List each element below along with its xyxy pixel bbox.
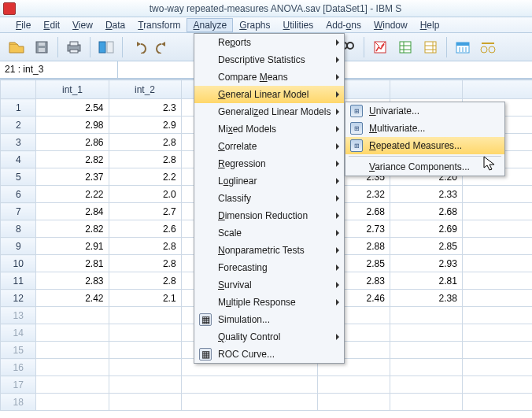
cell[interactable]: [109, 307, 181, 324]
cell[interactable]: [109, 376, 181, 394]
menu-edit[interactable]: Edit: [37, 18, 66, 32]
cell[interactable]: [181, 376, 317, 394]
undo-icon[interactable]: [127, 36, 150, 58]
cell[interactable]: [462, 307, 532, 324]
cell[interactable]: [462, 186, 532, 203]
cell[interactable]: [462, 342, 532, 359]
menu-item-classify[interactable]: Classify: [194, 190, 344, 207]
cell[interactable]: 2.84: [36, 203, 109, 220]
cell[interactable]: 2.98: [36, 117, 109, 134]
menu-item-forecasting[interactable]: Forecasting: [194, 259, 344, 276]
cell[interactable]: [181, 394, 317, 411]
save-icon[interactable]: [30, 36, 54, 58]
cell[interactable]: [36, 394, 109, 411]
menu-item-loglinear[interactable]: Loglinear: [194, 172, 344, 190]
row-header[interactable]: 13: [1, 307, 36, 324]
menu-item-multiple-response[interactable]: Multiple Response: [194, 294, 344, 311]
cell[interactable]: [36, 342, 109, 359]
cell[interactable]: 2.6: [109, 220, 181, 238]
menu-item-general-linear-model[interactable]: General Linear Model: [194, 86, 344, 103]
print-icon[interactable]: [62, 36, 86, 58]
cell[interactable]: 2.91: [36, 238, 109, 255]
menu-transform[interactable]: Transform: [131, 18, 187, 32]
cell[interactable]: [462, 238, 532, 255]
cell[interactable]: 2.42: [36, 290, 109, 307]
table-yellow-icon[interactable]: [419, 36, 442, 58]
row-header[interactable]: 3: [1, 134, 36, 151]
row-header[interactable]: 14: [1, 324, 36, 342]
menu-item-reports[interactable]: Reports: [194, 34, 344, 51]
row-header[interactable]: 18: [1, 394, 36, 411]
cell[interactable]: [109, 342, 181, 359]
cell[interactable]: [462, 359, 532, 376]
cell[interactable]: [390, 307, 462, 324]
menu-view[interactable]: View: [66, 18, 99, 32]
menu-item-univariate[interactable]: ⊞Univariate...: [345, 102, 504, 120]
preview-icon[interactable]: [94, 36, 118, 58]
row-header[interactable]: 9: [1, 238, 36, 255]
cell[interactable]: [462, 255, 532, 272]
cell[interactable]: 2.22: [36, 186, 109, 203]
weight-icon[interactable]: [476, 36, 500, 58]
cell[interactable]: 2.8: [109, 255, 181, 272]
cell[interactable]: [390, 324, 462, 342]
menu-help[interactable]: Help: [414, 18, 446, 32]
cell[interactable]: 2.8: [109, 151, 181, 168]
cell[interactable]: 2.7: [109, 203, 181, 220]
cell[interactable]: 2.82: [36, 151, 109, 168]
menu-item-correlate[interactable]: Correlate: [194, 138, 344, 155]
menu-item-repeated-measures[interactable]: ⊞Repeated Measures...: [345, 137, 504, 154]
cell[interactable]: [390, 394, 462, 411]
row-header[interactable]: 11: [1, 272, 36, 290]
menu-graphs[interactable]: Graphs: [233, 18, 276, 32]
glm-submenu[interactable]: ⊞Univariate...⊞Multivariate...⊞Repeated …: [345, 102, 505, 176]
cell[interactable]: 2.81: [390, 272, 462, 290]
menu-item-survival[interactable]: Survival: [194, 276, 344, 294]
row-header[interactable]: 8: [1, 220, 36, 238]
cell[interactable]: [462, 324, 532, 342]
row-header[interactable]: 15: [1, 342, 36, 359]
cell[interactable]: [390, 376, 462, 394]
row-header[interactable]: 7: [1, 203, 36, 220]
cell[interactable]: 2.8: [109, 238, 181, 255]
row-header[interactable]: 17: [1, 376, 36, 394]
cell[interactable]: 2.68: [390, 203, 462, 220]
cell[interactable]: 2.2: [109, 168, 181, 186]
menu-item-mixed-models[interactable]: Mixed Models: [194, 120, 344, 138]
row-header[interactable]: 4: [1, 151, 36, 168]
chart-icon[interactable]: [368, 36, 392, 58]
col-header[interactable]: int_2: [109, 80, 181, 99]
cell[interactable]: 2.82: [36, 220, 109, 238]
menu-item-scale[interactable]: Scale: [194, 224, 344, 242]
cell[interactable]: [109, 324, 181, 342]
grid-corner[interactable]: [1, 80, 36, 99]
menu-item-multivariate[interactable]: ⊞Multivariate...: [345, 120, 504, 137]
cell[interactable]: [109, 394, 181, 411]
cell[interactable]: 2.0: [109, 186, 181, 203]
cell[interactable]: [109, 359, 181, 376]
cell[interactable]: 2.69: [390, 220, 462, 238]
menu-item-variance-components[interactable]: Variance Components...: [345, 158, 504, 176]
row-header[interactable]: 2: [1, 117, 36, 134]
cell[interactable]: [390, 359, 462, 376]
cell[interactable]: [462, 203, 532, 220]
analyze-menu[interactable]: ReportsDescriptive StatisticsCompare Mea…: [194, 33, 345, 364]
menu-data[interactable]: Data: [99, 18, 131, 32]
cell[interactable]: 2.54: [36, 99, 109, 117]
menu-analyze[interactable]: Analyze: [187, 18, 233, 32]
cell[interactable]: [36, 376, 109, 394]
cell[interactable]: 2.85: [390, 238, 462, 255]
menu-item-nonparametric-tests[interactable]: Nonparametric Tests: [194, 242, 344, 259]
menu-item-generalized-linear-models[interactable]: Generalized Linear Models: [194, 103, 344, 120]
cell[interactable]: 2.33: [390, 186, 462, 203]
menu-window[interactable]: Window: [368, 18, 414, 32]
menu-item-simulation[interactable]: ▦Simulation...: [194, 311, 344, 328]
cell[interactable]: [317, 376, 390, 394]
row-header[interactable]: 6: [1, 186, 36, 203]
row-header[interactable]: 10: [1, 255, 36, 272]
row-header[interactable]: 5: [1, 168, 36, 186]
cell[interactable]: 2.9: [109, 117, 181, 134]
menu-item-compare-means[interactable]: Compare Means: [194, 68, 344, 86]
cell[interactable]: [317, 394, 390, 411]
cell[interactable]: 2.81: [36, 255, 109, 272]
